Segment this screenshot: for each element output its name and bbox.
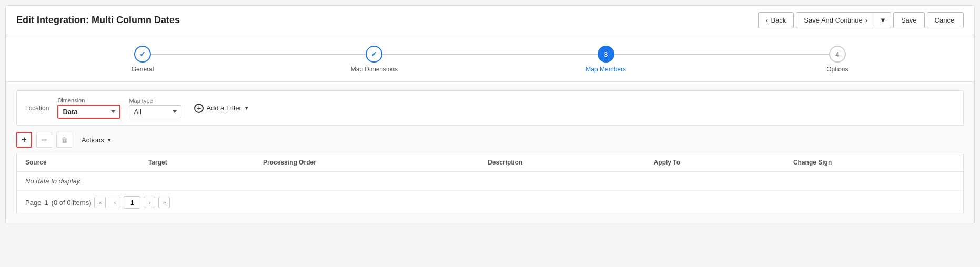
table-toolbar: + ✏ 🗑 Actions ▼	[16, 132, 964, 148]
trash-icon: 🗑	[61, 136, 68, 144]
location-label: Location	[25, 105, 49, 112]
next-page-button[interactable]: ›	[144, 197, 155, 208]
current-page-display: 1	[44, 199, 48, 207]
col-header-change-sign: Change Sign	[785, 153, 963, 172]
actions-label: Actions	[82, 136, 104, 144]
plus-circle-icon: +	[194, 104, 204, 113]
prev-page-icon: ‹	[114, 199, 116, 206]
dimension-dropdown[interactable]: Data	[57, 105, 120, 119]
maptype-chevron-icon	[173, 110, 177, 113]
forward-arrow-icon: ›	[865, 16, 867, 24]
page-title: Edit Integration: Multi Column Dates	[16, 15, 180, 26]
step-2-map-dimensions: ✓ Map Dimensions	[258, 46, 490, 73]
next-page-icon: ›	[149, 199, 151, 206]
col-header-source: Source	[17, 153, 140, 172]
col-header-processing-order: Processing Order	[255, 153, 479, 172]
maptype-value: All	[134, 108, 141, 116]
back-arrow-icon: ‹	[766, 16, 768, 24]
step-3-circle: 3	[598, 46, 614, 63]
data-table-wrapper: Source Target Processing Order Descripti…	[16, 153, 964, 214]
add-filter-button[interactable]: + Add a Filter ▼	[190, 101, 253, 115]
data-table: Source Target Processing Order Descripti…	[17, 153, 963, 191]
maptype-dropdown[interactable]: All	[129, 105, 181, 118]
no-data-message: No data to display.	[17, 172, 963, 191]
step-2-checkmark: ✓	[371, 50, 377, 58]
save-and-continue-button[interactable]: Save And Continue ›	[796, 12, 875, 28]
pencil-icon: ✏	[42, 136, 47, 144]
items-count-label: (0 of 0 items)	[52, 199, 92, 207]
no-data-row: No data to display.	[17, 172, 963, 191]
actions-chevron-icon: ▼	[107, 137, 112, 143]
step-3-map-members: 3 Map Members	[490, 46, 722, 73]
add-row-button[interactable]: +	[16, 132, 32, 148]
cancel-button[interactable]: Cancel	[927, 12, 964, 28]
last-page-button[interactable]: »	[158, 197, 170, 208]
maptype-select-wrapper: Map type All	[129, 98, 181, 118]
first-page-button[interactable]: «	[94, 197, 106, 208]
actions-button[interactable]: Actions ▼	[76, 134, 117, 147]
dimension-select-wrapper: Dimension Data	[57, 97, 120, 119]
edit-row-button[interactable]: ✏	[36, 132, 52, 148]
page-number-input[interactable]	[124, 196, 140, 209]
page-container: Edit Integration: Multi Column Dates ‹ B…	[5, 5, 975, 223]
plus-icon: +	[22, 135, 26, 145]
step-1-checkmark: ✓	[139, 50, 146, 58]
table-header-row: Source Target Processing Order Descripti…	[17, 153, 963, 172]
dimension-chevron-icon	[111, 110, 115, 113]
step-3-number: 3	[604, 50, 608, 58]
save-button[interactable]: Save	[893, 12, 925, 28]
pagination: Page 1 (0 of 0 items) « ‹ › »	[17, 191, 963, 214]
save-continue-group: Save And Continue › ▼	[796, 12, 891, 28]
prev-page-button[interactable]: ‹	[109, 197, 120, 208]
step-1-general: ✓ General	[27, 46, 258, 73]
maptype-field-label: Map type	[129, 98, 181, 104]
step-2-label: Map Dimensions	[351, 66, 398, 73]
page-label: Page	[25, 199, 41, 207]
save-dropdown-button[interactable]: ▼	[875, 12, 891, 28]
add-filter-chevron-icon: ▼	[244, 105, 249, 111]
col-header-target: Target	[140, 153, 255, 172]
step-4-options: 4 Options	[722, 46, 953, 73]
delete-row-button[interactable]: 🗑	[56, 132, 72, 148]
col-header-apply-to: Apply To	[645, 153, 785, 172]
chevron-down-icon: ▼	[880, 16, 886, 24]
back-button[interactable]: ‹ Back	[758, 12, 794, 28]
first-page-icon: «	[98, 199, 102, 206]
step-4-label: Options	[826, 66, 848, 73]
header-actions: ‹ Back Save And Continue › ▼ Save Cancel	[758, 12, 964, 28]
dimension-field-label: Dimension	[57, 97, 120, 104]
step-4-circle: 4	[829, 46, 846, 63]
step-3-label: Map Members	[585, 66, 626, 73]
step-1-label: General	[132, 66, 154, 73]
dimension-value: Data	[63, 108, 77, 116]
col-header-description: Description	[479, 153, 645, 172]
step-2-circle: ✓	[366, 46, 382, 63]
stepper: ✓ General ✓ Map Dimensions 3 Map Members…	[6, 35, 974, 82]
last-page-icon: »	[163, 199, 166, 206]
header: Edit Integration: Multi Column Dates ‹ B…	[6, 6, 974, 35]
step-4-number: 4	[835, 50, 839, 58]
filter-bar: Location Dimension Data Map type All + A…	[16, 90, 964, 126]
step-1-circle: ✓	[134, 46, 151, 63]
main-content: Location Dimension Data Map type All + A…	[6, 82, 974, 223]
